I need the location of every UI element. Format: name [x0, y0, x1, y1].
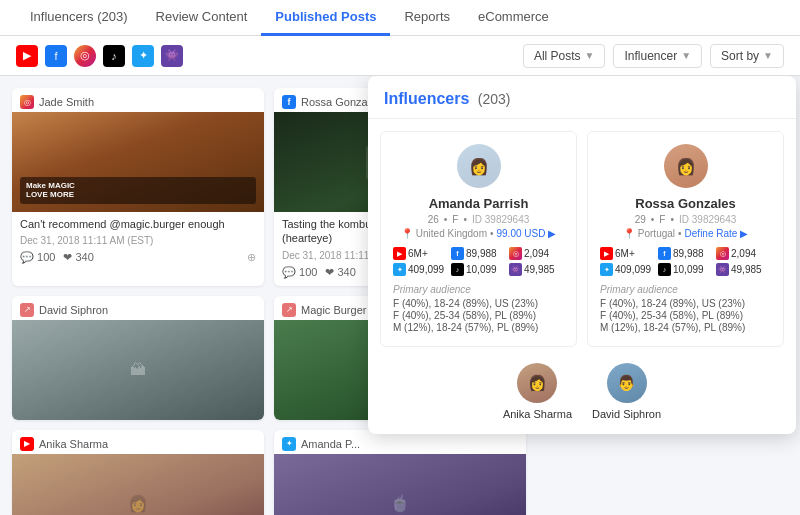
post-author: David Siphron: [39, 304, 108, 316]
top-nav: Influencers (203) Review Content Publish…: [0, 0, 800, 36]
tab-reports[interactable]: Reports: [390, 0, 464, 36]
amanda-location: 📍 United Kingdom • 99.00 USD ▶: [393, 228, 564, 239]
influencer-cards-grid: 👩 Amanda Parrish 26 • F • ID 39829643 📍 …: [368, 119, 796, 359]
rossa-location: 📍 Portugal • Define Rate ▶: [600, 228, 771, 239]
post-image: 🏔: [12, 320, 264, 420]
amanda-stats: ▶ 6M+ f 89,988 ◎ 2,094 ✦ 409,099: [393, 247, 564, 276]
rossa-stats: ▶ 6M+ f 89,988 ◎ 2,094 ✦ 409,099: [600, 247, 771, 276]
post-date: Dec 31, 2018 11:11 AM (EST): [12, 233, 264, 248]
amanda-audience: Primary audience F (40%), 18-24 (89%), U…: [393, 284, 564, 333]
filter-buttons: All Posts ▼ Influencer ▼ Sort by ▼: [523, 44, 784, 68]
post-card[interactable]: ↗ David Siphron 🏔: [12, 296, 264, 420]
youtube-platform-icon[interactable]: ▶: [16, 45, 38, 67]
post-image: 🍵: [274, 454, 526, 515]
post-header: ▶ Anika Sharma: [12, 430, 264, 454]
twitch-platform-icon[interactable]: 👾: [161, 45, 183, 67]
facebook-icon: f: [282, 95, 296, 109]
tab-published[interactable]: Published Posts: [261, 0, 390, 36]
post-header: ↗ David Siphron: [12, 296, 264, 320]
david-mini-card[interactable]: 👨 David Siphron: [592, 363, 661, 420]
rossa-avatar: 👩: [664, 144, 708, 188]
post-caption: Can't recommend @magic.burger enough: [12, 212, 264, 233]
anika-mini-card[interactable]: 👩 Anika Sharma: [503, 363, 572, 420]
amanda-fb-stat: f 89,988: [451, 247, 506, 260]
trending-icon: ↗: [20, 303, 34, 317]
main-content: ◎ Jade Smith Make MAGICLOVE MORE Can't r…: [0, 76, 800, 515]
twitter-platform-icon[interactable]: ✦: [132, 45, 154, 67]
post-author: Amanda P...: [301, 438, 360, 450]
david-mini-name: David Siphron: [592, 408, 661, 420]
post-card[interactable]: ◎ Jade Smith Make MAGICLOVE MORE Can't r…: [12, 88, 264, 286]
influencer-card-rossa[interactable]: 👩 Rossa Gonzales 29 • F • ID 39829643 📍 …: [587, 131, 784, 347]
all-posts-filter[interactable]: All Posts ▼: [523, 44, 606, 68]
amanda-meta: 26 • F • ID 39829643: [393, 214, 564, 225]
tiktok-platform-icon[interactable]: ♪: [103, 45, 125, 67]
rossa-name: Rossa Gonzales: [600, 196, 771, 211]
platform-icons: ▶ f ◎ ♪ ✦ 👾: [16, 45, 183, 67]
youtube-icon2: ▶: [20, 437, 34, 451]
tab-influencers[interactable]: Influencers (203): [16, 0, 142, 36]
instagram-platform-icon[interactable]: ◎: [74, 45, 96, 67]
instagram-icon: ◎: [20, 95, 34, 109]
david-mini-avatar: 👨: [607, 363, 647, 403]
trending-icon2: ↗: [282, 303, 296, 317]
post-image: 👩: [12, 454, 264, 515]
twitter-icon3: ✦: [282, 437, 296, 451]
influencer-card-amanda[interactable]: 👩 Amanda Parrish 26 • F • ID 39829643 📍 …: [380, 131, 577, 347]
post-author: Jade Smith: [39, 96, 94, 108]
sort-filter[interactable]: Sort by ▼: [710, 44, 784, 68]
amanda-avatar: 👩: [457, 144, 501, 188]
post-card[interactable]: ▶ Anika Sharma 👩: [12, 430, 264, 515]
bottom-influencer-cards: 👩 Anika Sharma 👨 David Siphron: [368, 359, 796, 434]
post-image: Make MAGICLOVE MORE: [12, 112, 264, 212]
rossa-meta: 29 • F • ID 39829643: [600, 214, 771, 225]
amanda-yt-stat: ▶ 6M+: [393, 247, 448, 260]
influencer-panel: Influencers (203) 👩 Amanda Parrish 26 • …: [368, 76, 796, 434]
panel-title: Influencers (203): [384, 90, 511, 107]
post-card[interactable]: ✦ Amanda P... 🍵: [274, 430, 526, 515]
amanda-tw-stat: ✦ 409,099: [393, 263, 448, 276]
rossa-audience: Primary audience F (40%), 18-24 (89%), U…: [600, 284, 771, 333]
amanda-tk-stat: ♪ 10,099: [451, 263, 506, 276]
tab-review[interactable]: Review Content: [142, 0, 262, 36]
post-stats: 💬 100 ❤ 340 ⊕: [12, 248, 264, 271]
toolbar: ▶ f ◎ ♪ ✦ 👾 All Posts ▼ Influencer ▼ Sor…: [0, 36, 800, 76]
anika-mini-avatar: 👩: [517, 363, 557, 403]
panel-header: Influencers (203): [368, 76, 796, 119]
amanda-ig-stat: ◎ 2,094: [509, 247, 564, 260]
anika-mini-name: Anika Sharma: [503, 408, 572, 420]
tab-ecommerce[interactable]: eCommerce: [464, 0, 563, 36]
post-header: ◎ Jade Smith: [12, 88, 264, 112]
facebook-platform-icon[interactable]: f: [45, 45, 67, 67]
influencer-filter[interactable]: Influencer ▼: [613, 44, 702, 68]
amanda-name: Amanda Parrish: [393, 196, 564, 211]
amanda-tv-stat: 👾 49,985: [509, 263, 564, 276]
post-author: Anika Sharma: [39, 438, 108, 450]
